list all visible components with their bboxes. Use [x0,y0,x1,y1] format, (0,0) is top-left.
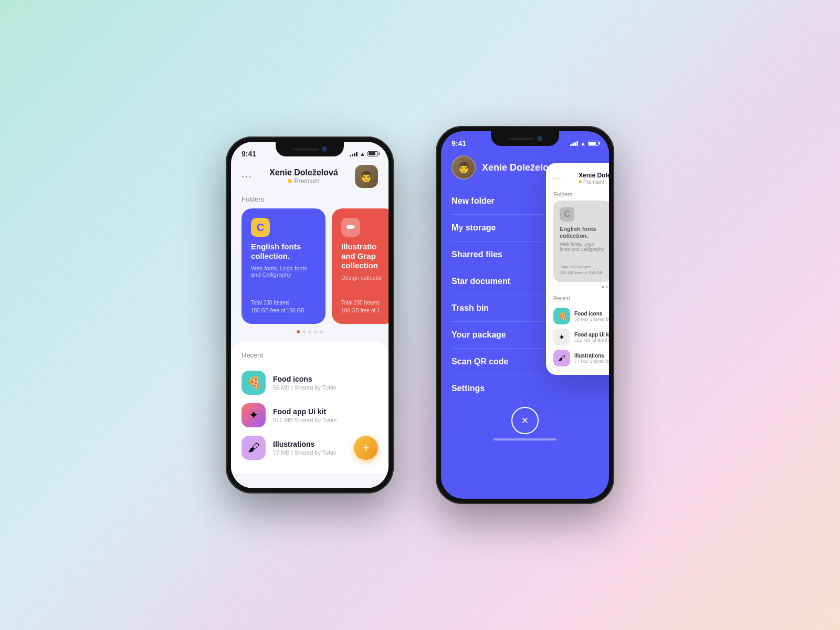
file-info-3: Illustrations 77 MB | Shared by Tuhin [273,440,346,456]
home-indicator-2 [494,438,556,440]
overlay-file-info-1: Food icons 56 MB Shared by Tuhin [574,311,609,322]
p1-header: ··· Xenie Doleželová Premium 👨 [231,162,388,195]
file-icon-illus: 🖌 [242,436,266,460]
folder-title-2: Illustratio and Grap collection [341,242,385,270]
file-meta-2: 512 MB Shared by Tuhin [273,417,378,423]
overlay-folders: C English fonts collection. Web fonts, L… [546,201,609,282]
overlay-file-2[interactable]: ✦ Food app Ui kit 512 MB Shared by Tuhin [553,327,609,348]
recent-section-1: Recent 🍕 Food icons 56 MB | Shared by Tu… [231,342,388,474]
overlay-file-icon-1: 🍕 [553,308,570,324]
file-name-3: Illustrations [273,440,346,448]
dot-2 [302,330,306,333]
dot-5 [320,330,323,333]
dot-4 [314,330,317,333]
overlay-menu-dots[interactable]: ··· [553,174,562,182]
overlay-recent-section: Recent 🍕 Food icons 56 MB Shared by Tuhi… [546,292,609,375]
battery-fill-1 [369,152,375,155]
status-time-2: 9:41 [452,139,466,148]
signal-icon-1 [350,152,358,156]
p2-avatar-emoji: 👨 [457,161,470,174]
avatar-emoji-1: 👨 [360,170,373,183]
close-menu-btn[interactable]: × [511,407,539,434]
phone1-content: 9:41 ▲ ··· Xen [231,142,388,488]
folder-card-2[interactable]: ✏ Illustratio and Grap collection Design… [332,208,388,324]
speaker-1 [292,148,319,151]
notch-2 [491,131,559,146]
overlay-premium: Premium [579,179,609,185]
p2-avatar: 👨 [452,155,476,180]
file-meta-1: 56 MB | Shared by Tuhin [273,384,378,391]
overlay-file-3[interactable]: 🖌 Illustrations 77 MB Shared by Tuhin + [553,348,609,369]
file-name-1: Food icons [273,375,378,383]
dot-3 [308,330,311,333]
battery-fill-2 [589,142,596,145]
folder-title-1: English fonts collection. [251,242,316,261]
battery-icon-2 [588,141,598,146]
wifi-icon-1: ▲ [360,151,365,157]
folder-icon-pen: ✏ [341,218,360,237]
overlay-file-meta-1: 56 MB Shared by Tuhin [574,317,609,322]
file-item-3[interactable]: 🖌 Illustrations 77 MB | Shared by Tuhin … [242,432,378,464]
overlay-folder-icon-c: C [560,207,574,222]
overlay-folders-label: Folders [546,191,609,201]
overlay-file-icon-3: 🖌 [553,350,570,366]
overlay-folder-1[interactable]: C English fonts collection. Web fonts, L… [553,201,609,282]
folders-scroll-1: C English fonts collection. Web fonts, L… [231,208,388,324]
signal-icon-2 [570,141,578,146]
speaker-2 [508,138,534,140]
overlay-file-info-2: Food app Ui kit 512 MB Shared by Tuhin [574,332,609,343]
file-item-1[interactable]: 🍕 Food icons 56 MB | Shared by Tuhin [242,366,378,399]
camera-2 [537,136,542,141]
overlay-premium-dot [579,180,582,183]
folders-dots [231,324,388,342]
phone-2: 9:41 ▲ 👨 [436,126,614,504]
overlay-recent-label: Recent [553,296,609,301]
status-icons-2: ▲ [570,140,598,146]
overlay-folder-stats-1: Total 230 Iteams. 100 GB free of 150 GB. [560,264,605,276]
recent-label-1: Recent [242,351,378,359]
overlay-file-1[interactable]: 🍕 Food icons 56 MB Shared by Tuhin [553,306,609,327]
overlay-file-name-1: Food icons [574,311,609,317]
phone-1-screen: 9:41 ▲ ··· Xen [231,142,388,488]
p1-user-info: Xenie Doleželová Premium [269,168,338,185]
premium-label: Premium [294,177,319,185]
phone-1: 9:41 ▲ ··· Xen [226,136,394,494]
add-fab-btn[interactable]: + [354,436,378,460]
overlay-file-info-3: Illustrations 77 MB Shared by Tuhin [574,353,609,364]
overlay-dot-1 [602,286,604,288]
folder-stats-2: Total 230 Iteams 100 GB free of 1 [341,299,385,314]
status-icons-1: ▲ [350,151,378,157]
overlay-premium-label: Premium [583,179,604,185]
overlay-file-meta-2: 512 MB Shared by Tuhin [574,338,609,343]
overlay-user-name: Xenie Doleželová [579,172,609,179]
overlay-folder-desc-1: Web fonts, Logo fonts and Calligraphy [560,242,605,252]
file-item-2[interactable]: ✦ Food app Ui kit 512 MB Shared by Tuhin [242,399,378,432]
menu-settings[interactable]: Settings [452,375,598,402]
overlay-panel: ··· Xenie Doleželová Premium 👨 Folders C… [546,163,609,375]
folder-desc-1: Web fonts, Logo fonts and Calligraphy [251,265,316,278]
p1-avatar: 👨 [355,165,378,188]
wifi-icon-2: ▲ [580,140,586,146]
phone-2-screen: 9:41 ▲ 👨 [441,131,609,499]
file-meta-3: 77 MB | Shared by Tuhin [273,449,346,456]
menu-dots-btn[interactable]: ··· [242,171,253,182]
overlay-user-info: Xenie Doleželová Premium [579,172,609,185]
overlay-file-icon-2: ✦ [553,329,570,345]
folder-stats-1: Total 230 Iteams. 100 GB free of 150 GB. [251,299,316,314]
folder-icon-c: C [251,218,270,237]
overlay-folder-title-1: English fonts collection. [560,226,605,239]
p1-user-name: Xenie Doleželová [269,168,338,177]
notch-1 [276,142,344,156]
premium-dot [288,179,292,183]
dot-1 [297,330,300,333]
battery-icon-1 [368,151,378,156]
folder-card-1[interactable]: C English fonts collection. Web fonts, L… [242,208,326,324]
overlay-file-name-3: Illustrations [574,353,609,359]
status-time-1: 9:41 [242,150,256,158]
file-name-2: Food app Ui kit [273,407,378,416]
file-icon-food: 🍕 [242,371,266,395]
overlay-dots-indicator [546,282,609,292]
overlay-header: ··· Xenie Doleželová Premium 👨 [546,163,609,191]
camera-1 [322,146,327,152]
file-icon-figma: ✦ [242,403,266,427]
